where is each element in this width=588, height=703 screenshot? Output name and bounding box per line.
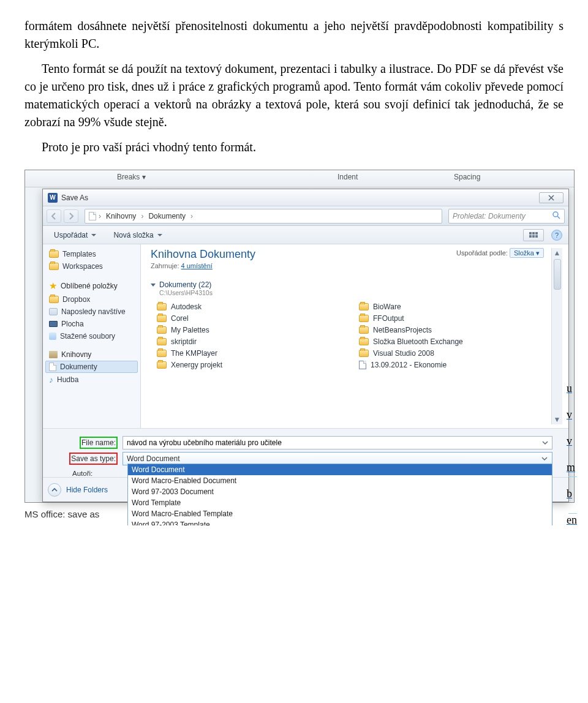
folder-label: BioWare xyxy=(373,303,401,311)
ribbon-spacing: Spacing xyxy=(454,173,480,181)
folder-item[interactable]: Xenergy projekt xyxy=(157,361,349,369)
search-icon xyxy=(552,211,560,221)
library-locations-link[interactable]: 4 umístění xyxy=(181,262,213,269)
bc-seg-1[interactable]: Knihovny xyxy=(102,212,140,220)
folder-item[interactable]: Autodesk xyxy=(157,303,349,311)
para-2: Tento formát se dá použít na textový dok… xyxy=(24,60,564,131)
folder-icon xyxy=(359,350,369,357)
folder-label: The KMPlayer xyxy=(171,349,217,358)
dropdown-item[interactable]: Word 97-2003 Template xyxy=(128,519,552,525)
close-icon xyxy=(548,195,554,201)
filename-row: File name: xyxy=(45,436,568,449)
filename-label: File name: xyxy=(80,437,118,449)
newfolder-button[interactable]: Nová složka xyxy=(108,229,167,241)
savetype-dropdown[interactable]: Word DocumentWord Macro-Enabled Document… xyxy=(127,464,552,525)
recent-icon xyxy=(49,308,58,315)
chevron-up-icon xyxy=(51,487,58,493)
triangle-down-icon xyxy=(151,284,156,287)
dropdown-item[interactable]: Word Macro-Enabled Template xyxy=(128,508,552,519)
nav-fwd-button[interactable] xyxy=(64,209,78,223)
view-button[interactable] xyxy=(523,229,544,241)
nav-workspaces[interactable]: Workspaces xyxy=(45,260,138,273)
search-input[interactable]: Prohledat: Dokumenty xyxy=(448,209,565,224)
bc-seg-2[interactable]: Dokumenty xyxy=(145,212,189,220)
saveas-dialog: W Save As › Knihovny › Dokumen xyxy=(42,189,569,502)
monitor-icon xyxy=(49,321,58,327)
folder-icon xyxy=(359,315,369,322)
folder-item[interactable]: BioWare xyxy=(359,303,551,311)
folder-item[interactable]: FFOutput xyxy=(359,314,551,323)
ribbon-indent: Indent xyxy=(337,173,358,181)
search-placeholder: Prohledat: Dokumenty xyxy=(453,212,526,220)
dropdown-item[interactable]: Word Macro-Enabled Document xyxy=(128,475,552,486)
dropdown-item[interactable]: Word 97-2003 Document xyxy=(128,486,552,497)
scroll-up-icon[interactable]: ▲ xyxy=(552,248,562,258)
sort-dropdown[interactable]: Složka ▾ xyxy=(510,248,544,258)
saveas-screenshot: Breaks ▾ Indent Spacing W Save As xyxy=(24,170,575,503)
organize-button[interactable]: Uspořádat xyxy=(49,229,101,241)
nav-documents[interactable]: Dokumenty xyxy=(45,361,138,373)
library-subtitle: Zahrnuje: 4 umístění xyxy=(151,262,551,269)
close-button[interactable] xyxy=(539,192,564,203)
authors-label: Autoři: xyxy=(72,470,92,477)
folder-grid: AutodeskBioWareCorelFFOutputMy PalettesN… xyxy=(157,303,551,369)
scrollbar-vertical[interactable]: ▲ ▼ xyxy=(551,248,562,424)
folder-label: My Palettes xyxy=(171,326,209,334)
folder-item[interactable]: The KMPlayer xyxy=(157,349,349,358)
dropdown-item[interactable]: Word Document xyxy=(128,464,552,475)
arrow-right-icon xyxy=(67,212,75,220)
star-icon: ★ xyxy=(49,280,57,291)
folder-icon xyxy=(157,303,167,310)
dropdown-item[interactable]: Word Template xyxy=(128,497,552,508)
folder-item[interactable]: NetBeansProjects xyxy=(359,326,551,334)
help-button[interactable]: ? xyxy=(551,230,562,241)
library-icon xyxy=(49,351,58,358)
ribbon-fragment: Breaks ▾ Indent Spacing xyxy=(25,170,574,187)
folder-item[interactable]: My Palettes xyxy=(157,326,349,334)
svg-rect-3 xyxy=(535,232,538,235)
nav-downloads[interactable]: Stažené soubory xyxy=(45,330,138,342)
scroll-thumb[interactable] xyxy=(554,259,561,290)
word-icon: W xyxy=(48,193,58,203)
folder-item[interactable]: Složka Bluetooth Exchange xyxy=(359,337,551,346)
document-icon xyxy=(49,363,56,371)
breadcrumb[interactable]: › Knihovny › Dokumenty › xyxy=(85,209,442,224)
scroll-down-icon[interactable]: ▼ xyxy=(552,415,562,424)
svg-rect-1 xyxy=(529,232,532,235)
svg-rect-2 xyxy=(532,232,535,235)
hide-folders-link[interactable]: Hide Folders xyxy=(66,486,108,494)
para-1: formátem dosáhnete největší přenositelno… xyxy=(24,17,564,53)
svg-rect-5 xyxy=(532,235,535,238)
folder-label: Autodesk xyxy=(171,303,202,311)
folder-icon xyxy=(359,338,369,345)
svg-rect-4 xyxy=(529,235,532,238)
music-icon: ♪ xyxy=(49,375,53,385)
nav-libraries[interactable]: Knihovny xyxy=(45,348,138,361)
folder-section-header[interactable]: Dokumenty (22) xyxy=(151,280,551,289)
folder-item[interactable]: 13.09.2012 - Ekonomie xyxy=(359,361,551,369)
folder-label: Corel xyxy=(171,314,189,323)
folder-item[interactable]: Corel xyxy=(157,314,349,323)
form-area: File name: Save as type: Word Document xyxy=(43,428,568,477)
folder-label: NetBeansProjects xyxy=(373,326,432,334)
folder-item[interactable]: skriptdir xyxy=(157,337,349,346)
folder-item[interactable]: Visual Studio 2008 xyxy=(359,349,551,358)
folder-icon xyxy=(157,361,167,369)
doc-lib-icon xyxy=(88,211,97,221)
chevron-down-icon[interactable] xyxy=(540,438,550,448)
hide-folders-button[interactable] xyxy=(48,483,61,497)
nav-recent[interactable]: Naposledy navštíve xyxy=(45,306,138,318)
grid-view-icon xyxy=(529,232,538,238)
nav-music[interactable]: ♪Hudba xyxy=(45,373,138,386)
folder-icon xyxy=(359,303,369,310)
folder-label: Visual Studio 2008 xyxy=(373,349,434,358)
nav-back-button[interactable] xyxy=(47,209,61,223)
nav-desktop[interactable]: Plocha xyxy=(45,318,138,330)
nav-dropbox[interactable]: Dropbox xyxy=(45,293,138,306)
filename-input[interactable] xyxy=(123,436,552,449)
nav-favorites[interactable]: ★Oblíbené položky xyxy=(45,279,138,293)
svg-rect-6 xyxy=(535,235,538,238)
folder-label: Xenergy projekt xyxy=(171,361,222,369)
nav-templates[interactable]: Templates xyxy=(45,248,138,260)
folder-icon xyxy=(157,350,167,357)
